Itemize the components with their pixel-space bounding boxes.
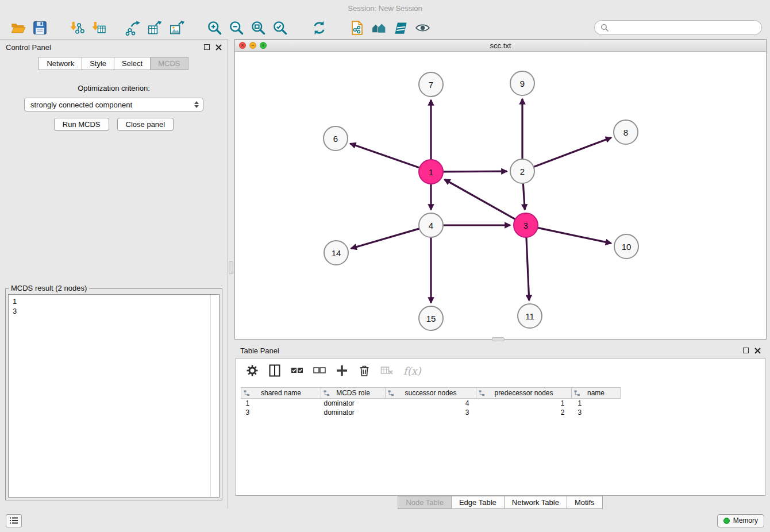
column-type-icon [244,390,250,396]
import-network-icon [69,20,84,36]
save-session-button[interactable] [29,18,51,37]
network-window-titlebar[interactable]: scc.txt [235,40,766,52]
optimization-dropdown[interactable]: strongly connected component [24,98,203,111]
close-window-icon[interactable] [239,42,246,49]
graph-node-3[interactable]: 3 [514,213,538,237]
close-table-panel-icon[interactable] [754,348,761,354]
export-network-button[interactable] [122,18,144,37]
maximize-window-icon[interactable] [260,42,267,49]
graph-node-11[interactable]: 11 [518,304,542,328]
select-all-columns-button[interactable] [289,363,305,379]
unselect-all-columns-button[interactable] [311,363,328,379]
delete-table-button[interactable] [379,363,395,379]
open-session-document-button[interactable] [346,18,368,37]
result-scrollbar[interactable] [210,295,211,497]
control-panel-header: Control Panel [0,40,228,55]
node-table-cell[interactable]: dominator [321,408,386,417]
save-floppy-icon [32,20,48,36]
zoom-fit-button[interactable] [247,18,269,37]
node-table-row[interactable]: 3dominator323 [241,408,621,417]
float-table-panel-icon[interactable] [743,348,749,353]
network-canvas[interactable]: 7968124314101511 [235,52,766,339]
graph-node-10[interactable]: 10 [614,234,638,259]
vertical-splitter-handle[interactable] [229,261,233,274]
graph-node-9[interactable]: 9 [510,71,534,95]
graph-node-15[interactable]: 15 [419,306,443,330]
memory-button[interactable]: Memory [717,514,764,527]
mcds-result-box: MCDS result (2 nodes) 1 3 [5,288,222,500]
search-icon [600,24,609,32]
search-box[interactable] [594,20,762,35]
column-header-mcds-role[interactable]: MCDS role [321,388,386,399]
graph-node-7[interactable]: 7 [419,72,443,97]
node-table-cell[interactable]: 2 [476,408,572,417]
node-table-cell[interactable]: 1 [241,399,321,408]
export-image-button[interactable] [165,18,187,37]
node-table-cell[interactable]: 3 [241,408,321,417]
graph-node-4[interactable]: 4 [419,213,443,237]
close-panel-icon[interactable] [215,44,222,51]
float-panel-icon[interactable] [204,44,210,50]
column-type-icon [324,390,330,396]
node-table-cell[interactable]: 3 [386,408,476,417]
annotation-flag-button[interactable] [390,18,411,37]
node-table-cell[interactable]: 1 [476,399,572,408]
tab-mcds[interactable]: MCDS [150,57,188,70]
node-table-row[interactable]: 1dominator411 [241,399,621,408]
edge-2-to-3[interactable] [523,183,525,210]
search-input[interactable] [612,24,756,32]
edge-2-to-8[interactable] [534,138,611,167]
edge-4-to-14[interactable] [351,229,419,249]
table-tab-node-table[interactable]: Node Table [398,496,452,509]
delete-column-button[interactable] [356,363,372,379]
node-table-cell[interactable]: 1 [572,399,621,408]
column-header-shared-name[interactable]: shared name [241,388,321,399]
network-overview-button[interactable] [368,18,390,37]
column-header-name[interactable]: name [572,388,621,399]
minimize-window-icon[interactable] [249,42,256,49]
tab-select[interactable]: Select [114,57,151,70]
graph-node-1[interactable]: 1 [419,160,443,184]
export-table-button[interactable] [144,18,165,37]
column-type-icon [388,390,394,396]
show-column-panel-button[interactable] [267,363,283,379]
zoom-selected-button[interactable] [269,18,291,37]
graph-node-2[interactable]: 2 [510,159,534,183]
node-table-cell[interactable]: 4 [386,399,476,408]
mcds-result-scroll[interactable]: 1 3 [8,294,220,498]
edge-3-to-11[interactable] [526,237,529,300]
column-header-successor-nodes[interactable]: successor nodes [386,388,476,399]
control-panel-tabs: NetworkStyleSelectMCDS [0,57,228,70]
zoom-in-button[interactable] [203,18,225,37]
column-header-predecessor-nodes[interactable]: predecessor nodes [476,388,572,399]
panel-list-button[interactable] [6,514,22,527]
tab-network[interactable]: Network [38,57,82,70]
open-file-button[interactable] [7,18,29,37]
edge-1-to-2[interactable] [443,171,507,172]
graph-node-14[interactable]: 14 [324,241,348,265]
tab-style[interactable]: Style [82,57,114,70]
show-hide-details-button[interactable] [411,18,433,37]
edge-3-to-1[interactable] [445,179,515,219]
table-tab-motifs[interactable]: Motifs [567,496,603,509]
import-table-button[interactable] [87,18,109,37]
graph-node-6[interactable]: 6 [324,126,348,151]
graph-node-8[interactable]: 8 [614,120,638,144]
edge-1-to-6[interactable] [350,144,419,168]
homes-icon [371,20,387,36]
function-builder-button[interactable]: f(x) [401,365,421,377]
import-network-button[interactable] [66,18,87,37]
table-tab-edge-table[interactable]: Edge Table [451,496,505,509]
node-label: 10 [622,242,632,252]
table-tab-network-table[interactable]: Network Table [504,496,567,509]
close-panel-button[interactable]: Close panel [117,118,174,131]
node-table-cell[interactable]: 3 [572,408,621,417]
refresh-layout-button[interactable] [308,18,330,37]
horizontal-splitter-handle[interactable] [492,337,505,341]
edge-3-to-10[interactable] [538,228,611,243]
zoom-out-button[interactable] [225,18,247,37]
run-mcds-button[interactable]: Run MCDS [54,118,109,131]
node-table-cell[interactable]: dominator [321,399,386,408]
create-column-button[interactable] [334,363,350,379]
table-settings-button[interactable] [244,363,260,379]
